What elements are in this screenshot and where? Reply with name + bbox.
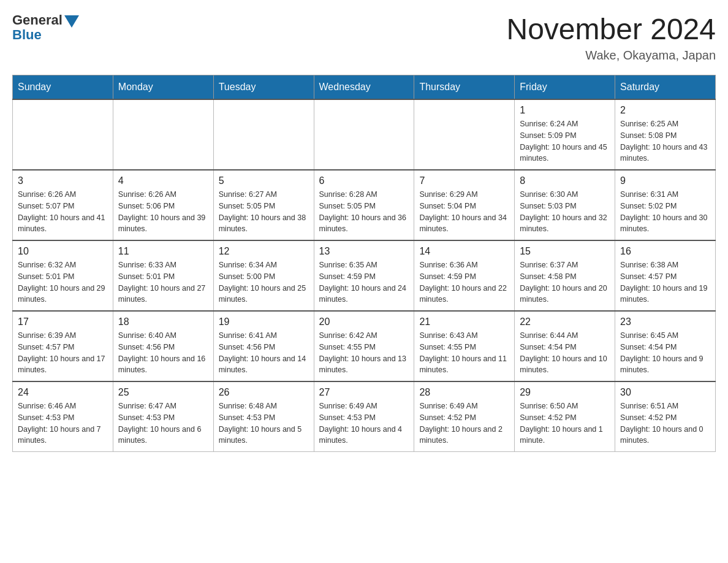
day-info: Sunrise: 6:37 AMSunset: 4:58 PMDaylight:…: [520, 259, 610, 305]
calendar-day-cell: [213, 99, 314, 170]
day-info: Sunrise: 6:41 AMSunset: 4:56 PMDaylight:…: [219, 330, 309, 376]
day-number: 23: [620, 316, 710, 327]
logo-triangle-icon: [64, 15, 79, 28]
day-info: Sunrise: 6:38 AMSunset: 4:57 PMDaylight:…: [620, 259, 710, 305]
calendar-day-cell: 14Sunrise: 6:36 AMSunset: 4:59 PMDayligh…: [414, 240, 515, 311]
day-number: 30: [620, 387, 710, 398]
day-info: Sunrise: 6:39 AMSunset: 4:57 PMDaylight:…: [18, 330, 108, 376]
day-number: 19: [219, 316, 309, 327]
day-number: 21: [419, 316, 509, 327]
calendar-week-row: 1Sunrise: 6:24 AMSunset: 5:09 PMDaylight…: [13, 99, 716, 170]
day-info: Sunrise: 6:31 AMSunset: 5:02 PMDaylight:…: [620, 189, 710, 235]
day-info: Sunrise: 6:26 AMSunset: 5:06 PMDaylight:…: [118, 189, 208, 235]
day-number: 18: [118, 316, 208, 327]
calendar-day-cell: 12Sunrise: 6:34 AMSunset: 5:00 PMDayligh…: [213, 240, 314, 311]
calendar-header-row: SundayMondayTuesdayWednesdayThursdayFrid…: [13, 75, 716, 100]
day-info: Sunrise: 6:35 AMSunset: 4:59 PMDaylight:…: [319, 259, 409, 305]
calendar-day-cell: 15Sunrise: 6:37 AMSunset: 4:58 PMDayligh…: [515, 240, 615, 311]
calendar-day-cell: 13Sunrise: 6:35 AMSunset: 4:59 PMDayligh…: [314, 240, 414, 311]
calendar-day-cell: 20Sunrise: 6:42 AMSunset: 4:55 PMDayligh…: [314, 311, 414, 381]
day-info: Sunrise: 6:42 AMSunset: 4:55 PMDaylight:…: [319, 330, 409, 376]
day-info: Sunrise: 6:40 AMSunset: 4:56 PMDaylight:…: [118, 330, 208, 376]
day-info: Sunrise: 6:48 AMSunset: 4:53 PMDaylight:…: [219, 400, 309, 446]
day-number: 25: [118, 387, 208, 398]
day-number: 4: [118, 175, 208, 186]
day-number: 17: [18, 316, 108, 327]
day-number: 1: [520, 105, 610, 116]
calendar-day-cell: 16Sunrise: 6:38 AMSunset: 4:57 PMDayligh…: [615, 240, 716, 311]
calendar-day-cell: 26Sunrise: 6:48 AMSunset: 4:53 PMDayligh…: [213, 381, 314, 452]
calendar-week-row: 17Sunrise: 6:39 AMSunset: 4:57 PMDayligh…: [13, 311, 716, 381]
calendar-day-cell: 6Sunrise: 6:28 AMSunset: 5:05 PMDaylight…: [314, 170, 414, 240]
calendar-day-cell: 18Sunrise: 6:40 AMSunset: 4:56 PMDayligh…: [113, 311, 213, 381]
calendar-week-row: 3Sunrise: 6:26 AMSunset: 5:07 PMDaylight…: [13, 170, 716, 240]
calendar-day-cell: 22Sunrise: 6:44 AMSunset: 4:54 PMDayligh…: [515, 311, 615, 381]
day-number: 3: [18, 175, 108, 186]
day-info: Sunrise: 6:26 AMSunset: 5:07 PMDaylight:…: [18, 189, 108, 235]
calendar-table: SundayMondayTuesdayWednesdayThursdayFrid…: [12, 75, 716, 452]
day-info: Sunrise: 6:27 AMSunset: 5:05 PMDaylight:…: [219, 189, 309, 235]
day-info: Sunrise: 6:32 AMSunset: 5:01 PMDaylight:…: [18, 259, 108, 305]
calendar-day-cell: 10Sunrise: 6:32 AMSunset: 5:01 PMDayligh…: [13, 240, 113, 311]
day-info: Sunrise: 6:24 AMSunset: 5:09 PMDaylight:…: [520, 118, 610, 164]
calendar-day-cell: 4Sunrise: 6:26 AMSunset: 5:06 PMDaylight…: [113, 170, 213, 240]
month-title: November 2024: [506, 12, 716, 46]
calendar-week-row: 10Sunrise: 6:32 AMSunset: 5:01 PMDayligh…: [13, 240, 716, 311]
day-number: 27: [319, 387, 409, 398]
day-number: 10: [18, 246, 108, 257]
day-info: Sunrise: 6:50 AMSunset: 4:52 PMDaylight:…: [520, 400, 610, 446]
day-info: Sunrise: 6:36 AMSunset: 4:59 PMDaylight:…: [419, 259, 509, 305]
day-info: Sunrise: 6:46 AMSunset: 4:53 PMDaylight:…: [18, 400, 108, 446]
calendar-week-row: 24Sunrise: 6:46 AMSunset: 4:53 PMDayligh…: [13, 381, 716, 452]
calendar-day-cell: 17Sunrise: 6:39 AMSunset: 4:57 PMDayligh…: [13, 311, 113, 381]
day-number: 5: [219, 175, 309, 186]
day-of-week-header: Thursday: [414, 75, 515, 100]
day-of-week-header: Friday: [515, 75, 615, 100]
logo: General Blue: [12, 12, 79, 43]
day-number: 12: [219, 246, 309, 257]
day-number: 16: [620, 246, 710, 257]
day-number: 22: [520, 316, 610, 327]
day-number: 15: [520, 246, 610, 257]
calendar-day-cell: 3Sunrise: 6:26 AMSunset: 5:07 PMDaylight…: [13, 170, 113, 240]
day-info: Sunrise: 6:33 AMSunset: 5:01 PMDaylight:…: [118, 259, 208, 305]
location-text: Wake, Okayama, Japan: [506, 48, 716, 63]
calendar-day-cell: 30Sunrise: 6:51 AMSunset: 4:52 PMDayligh…: [615, 381, 716, 452]
day-info: Sunrise: 6:34 AMSunset: 5:00 PMDaylight:…: [219, 259, 309, 305]
day-info: Sunrise: 6:29 AMSunset: 5:04 PMDaylight:…: [419, 189, 509, 235]
day-of-week-header: Wednesday: [314, 75, 414, 100]
day-of-week-header: Tuesday: [213, 75, 314, 100]
day-number: 13: [319, 246, 409, 257]
day-info: Sunrise: 6:25 AMSunset: 5:08 PMDaylight:…: [620, 118, 710, 164]
day-number: 26: [219, 387, 309, 398]
day-of-week-header: Monday: [113, 75, 213, 100]
day-number: 8: [520, 175, 610, 186]
day-info: Sunrise: 6:49 AMSunset: 4:53 PMDaylight:…: [319, 400, 409, 446]
logo-blue-text: Blue: [12, 27, 42, 43]
calendar-day-cell: 29Sunrise: 6:50 AMSunset: 4:52 PMDayligh…: [515, 381, 615, 452]
day-info: Sunrise: 6:47 AMSunset: 4:53 PMDaylight:…: [118, 400, 208, 446]
calendar-day-cell: 24Sunrise: 6:46 AMSunset: 4:53 PMDayligh…: [13, 381, 113, 452]
calendar-day-cell: 19Sunrise: 6:41 AMSunset: 4:56 PMDayligh…: [213, 311, 314, 381]
day-number: 2: [620, 105, 710, 116]
title-section: November 2024 Wake, Okayama, Japan: [506, 12, 716, 63]
day-number: 29: [520, 387, 610, 398]
day-number: 7: [419, 175, 509, 186]
day-number: 11: [118, 246, 208, 257]
day-of-week-header: Saturday: [615, 75, 716, 100]
day-info: Sunrise: 6:30 AMSunset: 5:03 PMDaylight:…: [520, 189, 610, 235]
day-info: Sunrise: 6:43 AMSunset: 4:55 PMDaylight:…: [419, 330, 509, 376]
calendar-day-cell: 8Sunrise: 6:30 AMSunset: 5:03 PMDaylight…: [515, 170, 615, 240]
day-number: 6: [319, 175, 409, 186]
day-number: 24: [18, 387, 108, 398]
day-number: 28: [419, 387, 509, 398]
calendar-day-cell: 1Sunrise: 6:24 AMSunset: 5:09 PMDaylight…: [515, 99, 615, 170]
day-info: Sunrise: 6:49 AMSunset: 4:52 PMDaylight:…: [419, 400, 509, 446]
day-info: Sunrise: 6:44 AMSunset: 4:54 PMDaylight:…: [520, 330, 610, 376]
calendar-day-cell: 9Sunrise: 6:31 AMSunset: 5:02 PMDaylight…: [615, 170, 716, 240]
page-header: General Blue November 2024 Wake, Okayama…: [12, 12, 716, 63]
calendar-day-cell: [314, 99, 414, 170]
day-of-week-header: Sunday: [13, 75, 113, 100]
calendar-day-cell: [13, 99, 113, 170]
calendar-day-cell: [113, 99, 213, 170]
